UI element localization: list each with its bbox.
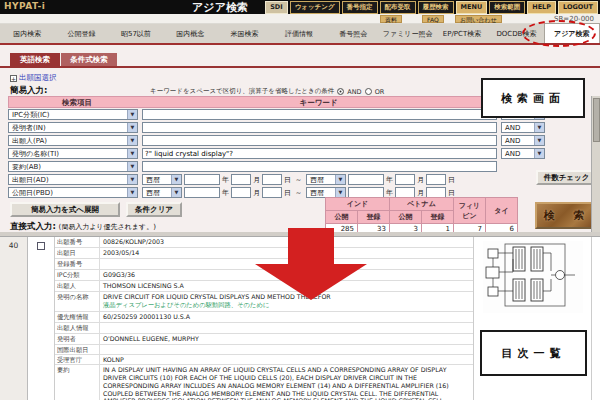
ad-to-year-input[interactable] xyxy=(348,174,384,185)
tab-ep-pct-search[interactable]: EP/PCT検索 xyxy=(435,24,489,43)
era-select[interactable]: 西暦▼ xyxy=(142,187,182,198)
hit-count-table: インド ベトナム フィリピン タイ 公開 登録 公開 登録 285 33 3 1… xyxy=(325,197,518,235)
chevron-down-icon: ▼ xyxy=(127,123,137,132)
ad-from-day-input[interactable] xyxy=(262,174,282,185)
chevron-down-icon: ▼ xyxy=(171,175,181,184)
column-header-keyword: キーワード xyxy=(145,97,492,107)
watching-button[interactable]: ウォッチング xyxy=(290,1,340,14)
field-select-ipc[interactable]: IPC分類(IC)▼ xyxy=(8,109,138,120)
result-checkbox[interactable] xyxy=(37,242,45,250)
result-record: 出願番号 00826/KOLNP/2003 出願日 2003/05/14 登録番… xyxy=(55,237,473,400)
chevron-down-icon: ▼ xyxy=(171,188,181,197)
keyword-input-title[interactable] xyxy=(142,148,497,159)
red-arrow xyxy=(288,228,334,264)
chevron-down-icon: ▼ xyxy=(534,149,544,158)
and-radio[interactable] xyxy=(337,88,344,95)
chevron-down-icon: ▼ xyxy=(127,188,137,197)
col-header-reg: 登録 xyxy=(422,211,454,224)
scrollbar-thumb[interactable] xyxy=(593,98,600,142)
era-select[interactable]: 西暦▼ xyxy=(306,174,346,185)
chevron-down-icon: ▼ xyxy=(127,149,137,158)
ad-to-month-input[interactable] xyxy=(395,174,415,185)
divider xyxy=(0,66,600,68)
clear-conditions-button[interactable]: 条件クリア xyxy=(126,202,182,217)
record-row-receiving-office: 受理官庁 KOLNP xyxy=(55,355,473,365)
number-specify-button[interactable]: 番号指定 xyxy=(342,1,378,14)
field-select-publication-date[interactable]: 公開日(PBD)▼ xyxy=(8,187,138,198)
tab-pre-showa57[interactable]: 昭57以前 xyxy=(109,24,163,43)
main-tab-bar: 国内検索 公開登録 昭57以前 国内概念 米国検索 評価情報 番号照会 ファミリ… xyxy=(0,24,600,45)
field-select-inventor[interactable]: 発明者(IN)▼ xyxy=(8,122,138,133)
tab-number-inquiry[interactable]: 番号照会 xyxy=(326,24,380,43)
history-search-button[interactable]: 履歴検索 xyxy=(418,1,454,14)
application-country-select-link[interactable]: + 出願国選択 xyxy=(10,73,57,83)
field-select-abstract[interactable]: 要約(AB)▼ xyxy=(8,161,138,172)
form-row-title: 発明の名称(TI)▼ AND▼ xyxy=(8,147,545,160)
search-button[interactable]: 検 索 xyxy=(535,202,597,229)
form-row-ipc: IPC分類(IC)▼ AND▼ xyxy=(8,108,545,121)
keyword-input-abstract[interactable] xyxy=(142,161,497,172)
subtab-expression-search[interactable]: 条件式検索 xyxy=(61,53,117,66)
tab-asia-search[interactable]: アジア検索 xyxy=(544,23,600,43)
expand-to-expression-button[interactable]: 簡易入力を式へ展開 xyxy=(10,202,120,217)
record-row-applicant-info: 出願人情報 xyxy=(55,323,473,334)
ad-to-day-input[interactable] xyxy=(426,174,446,185)
chevron-down-icon: ▼ xyxy=(534,136,544,145)
checkbox-column xyxy=(28,237,55,400)
materials-button[interactable]: 資料 xyxy=(380,15,402,23)
pbd-from-year-input[interactable] xyxy=(184,187,220,198)
app-logo: HYPAT-i xyxy=(4,1,45,11)
field-select-title[interactable]: 発明の名称(TI)▼ xyxy=(8,148,138,159)
help-button[interactable]: HELP xyxy=(527,1,556,14)
condition-select-applicant[interactable]: AND▼ xyxy=(501,135,545,146)
record-row-application-number: 出願番号 00826/KOLNP/2003 xyxy=(55,237,473,248)
contact-button[interactable]: お問い合わせ xyxy=(455,15,502,23)
record-row-application-date: 出願日 2003/05/14 xyxy=(55,248,473,259)
country-header-india: インド xyxy=(326,198,390,211)
annotation-toc-list: 目次一覧 xyxy=(480,330,587,376)
country-header-philippines: フィリピン xyxy=(454,198,486,224)
operator-note: キーワードをスペースで区切り、演算子を省略したときの条件 AND OR xyxy=(150,87,384,96)
country-header-vietnam: ベトナム xyxy=(390,198,454,211)
tab-docdb-search[interactable]: DOCDB検索 xyxy=(489,24,543,43)
keyword-input-ipc[interactable] xyxy=(142,109,497,120)
search-rows: IPC分類(IC)▼ AND▼ 発明者(IN)▼ AND▼ 出願人(PA)▼ A… xyxy=(8,108,545,199)
era-select[interactable]: 西暦▼ xyxy=(142,174,182,185)
menu-button[interactable]: MENU xyxy=(456,1,488,14)
condition-select-title[interactable]: AND▼ xyxy=(501,148,545,159)
search-range-button[interactable]: 検索範囲 xyxy=(489,1,525,14)
condition-select-inventor[interactable]: AND▼ xyxy=(501,122,545,133)
distribution-receive-button[interactable]: 配布受取 xyxy=(380,1,416,14)
field-select-application-date[interactable]: 出願日(AD)▼ xyxy=(8,174,138,185)
top-bar: HYPAT-i アジア検索 SDI ウォッチング 番号指定 配布受取 履歴検索 … xyxy=(0,0,600,14)
user-id: SR=20-000 xyxy=(554,15,594,23)
chevron-down-icon: ▼ xyxy=(127,136,137,145)
tab-domestic-concept[interactable]: 国内概念 xyxy=(163,24,217,43)
chevron-down-icon: ▼ xyxy=(335,175,345,184)
sdi-button[interactable]: SDI xyxy=(265,1,288,14)
ad-from-year-input[interactable] xyxy=(184,174,220,185)
or-radio[interactable] xyxy=(365,88,372,95)
subtab-english-search[interactable]: 英語検索 xyxy=(10,53,60,66)
logout-button[interactable]: LOGOUT xyxy=(558,1,598,14)
patent-figure-thumbnail[interactable] xyxy=(483,241,583,313)
record-row-international-date: 国際出願日 xyxy=(55,345,473,355)
faq-button[interactable]: FAQ xyxy=(422,15,444,23)
keyword-input-applicant[interactable] xyxy=(142,135,497,146)
pbd-from-day-input[interactable] xyxy=(262,187,282,198)
ad-from-month-input[interactable] xyxy=(231,174,251,185)
keyword-input-inventor[interactable] xyxy=(142,122,497,133)
tab-domestic-search[interactable]: 国内検索 xyxy=(0,24,54,43)
tab-evaluation-info[interactable]: 評価情報 xyxy=(272,24,326,43)
tab-publication-registration[interactable]: 公開登録 xyxy=(54,24,108,43)
count-check-button[interactable]: 件数チェック xyxy=(536,170,597,185)
tab-family-inquiry[interactable]: ファミリー照会 xyxy=(381,24,435,43)
field-select-applicant[interactable]: 出願人(PA)▼ xyxy=(8,135,138,146)
chevron-down-icon: ▼ xyxy=(534,123,544,132)
form-scrollbar[interactable] xyxy=(591,96,600,232)
form-row-application-date: 出願日(AD)▼ 西暦▼ 年 月 日 ～ 西暦▼ 年 月 日 xyxy=(8,173,545,186)
chevron-down-icon: ▼ xyxy=(127,162,137,171)
pbd-from-month-input[interactable] xyxy=(231,187,251,198)
annotation-search-screen: 検索画面 xyxy=(481,78,585,118)
tab-us-search[interactable]: 米国検索 xyxy=(217,24,271,43)
